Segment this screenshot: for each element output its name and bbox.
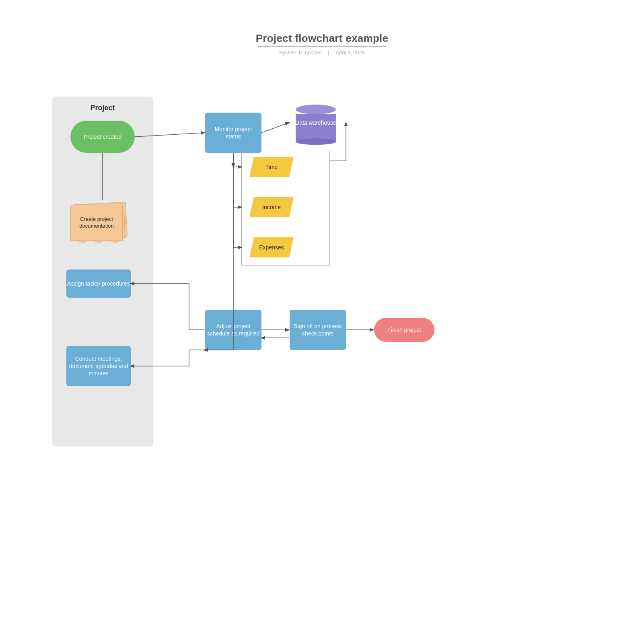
expenses-node[interactable]: Expenses bbox=[249, 237, 294, 257]
page-subtitle: System Templates | April 3, 2025 bbox=[0, 49, 644, 56]
finish-project-label: Finish project bbox=[387, 326, 421, 333]
assign-tasks-node[interactable]: Assign tasks/ procedures bbox=[66, 270, 131, 298]
data-warehouse-node[interactable]: Data warehouse bbox=[290, 101, 342, 145]
page-title: Project flowchart example bbox=[0, 32, 644, 45]
time-label: Time bbox=[265, 163, 278, 171]
cylinder-top bbox=[296, 105, 336, 114]
sign-off-label: Sign off on process check points bbox=[290, 323, 346, 337]
subtitle-sep: | bbox=[328, 49, 329, 56]
cylinder-bottom bbox=[296, 138, 336, 145]
assign-tasks-label: Assign tasks/ procedures bbox=[67, 280, 130, 287]
income-node[interactable]: Income bbox=[249, 197, 294, 217]
create-docs-label: Create project documentation bbox=[70, 205, 123, 241]
title-underline bbox=[258, 46, 387, 47]
subtitle-date: April 3, 2025 bbox=[335, 49, 365, 56]
time-node[interactable]: Time bbox=[249, 157, 294, 177]
cylinder-body bbox=[296, 114, 336, 142]
conduct-meetings-label: Conduct meetings, document agendas and m… bbox=[66, 355, 131, 377]
cylinder-shape: Data warehouse bbox=[296, 105, 336, 141]
flowchart-area: Project Project created Create project d… bbox=[52, 72, 591, 575]
finish-project-node[interactable]: Finish project bbox=[374, 318, 434, 342]
expenses-label: Expenses bbox=[259, 244, 284, 251]
monitor-status-label: Monitor project status bbox=[215, 126, 252, 140]
swimlane-label: Project bbox=[52, 97, 153, 112]
sign-off-node[interactable]: Sign off on process check points bbox=[290, 310, 346, 350]
conduct-meetings-node[interactable]: Conduct meetings, document agendas and m… bbox=[66, 346, 131, 386]
project-created-node[interactable]: Project created bbox=[70, 121, 135, 153]
project-created-label: Project created bbox=[84, 133, 121, 140]
subtitle-source: System Templates bbox=[279, 49, 322, 56]
svg-line-1 bbox=[261, 123, 289, 133]
page-header: Project flowchart example System Templat… bbox=[0, 0, 644, 56]
create-docs-node[interactable]: Create project documentation bbox=[68, 201, 133, 245]
adjust-schedule-node[interactable]: Adjust project schedule as required bbox=[205, 310, 261, 350]
monitor-status-node[interactable]: Monitor project status bbox=[205, 113, 261, 153]
income-label: Income bbox=[262, 204, 281, 211]
adjust-schedule-label: Adjust project schedule as required bbox=[205, 323, 261, 337]
